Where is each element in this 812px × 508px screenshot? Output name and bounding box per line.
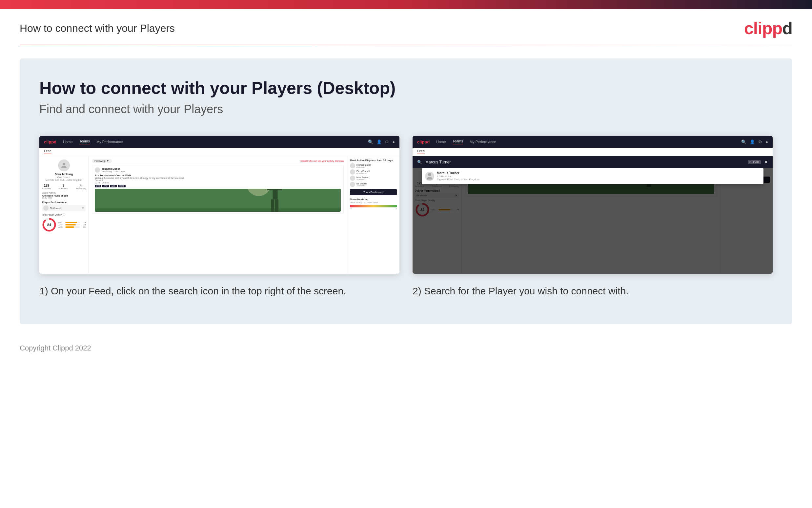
mini-logo-2: clippd: [417, 139, 430, 144]
latest-activity-name: Afternoon round of golf: [42, 195, 86, 197]
svg-rect-4: [95, 189, 341, 212]
selected-player-avatar: [43, 205, 49, 211]
mini-nav-performance[interactable]: My Performance: [96, 140, 123, 144]
heatmap-markers: -5 +5: [350, 208, 397, 210]
player-dropdown[interactable]: Eli Vincent ▼: [42, 205, 86, 211]
heatmap-sub: Player Quality - 20 Round Trend: [350, 202, 397, 204]
selected-player-name: Eli Vincent: [50, 207, 61, 209]
player-performance-label: Player Performance: [42, 201, 86, 204]
mini-nav-teams[interactable]: Teams: [79, 139, 90, 144]
avatar-icon[interactable]: ●: [392, 139, 395, 144]
following-chevron: ▼: [107, 160, 109, 162]
search-input[interactable]: Marcus Turner: [425, 160, 745, 164]
activity-duration: 02 hr : 00 min: [95, 181, 341, 184]
mini-logo-1: clippd: [44, 139, 56, 144]
mini-nav-home-2[interactable]: Home: [436, 140, 446, 144]
clippd-logo: clippd: [744, 18, 792, 38]
mini-nav-2: clippd Home Teams My Performance 🔍 👤 ⚙ ●: [413, 136, 773, 148]
svg-point-19: [428, 173, 431, 176]
following-button[interactable]: Following ▼: [92, 159, 112, 163]
profile-avatar: [58, 160, 70, 171]
latest-activity-label: Latest Activity: [42, 192, 86, 194]
dropdown-arrow: ▼: [82, 207, 84, 210]
player-avatar-3: [350, 176, 355, 181]
following-stat: 4 Following: [76, 184, 86, 190]
search-result-1[interactable]: Marcus Turner 1.5 Handicap Cypress Point…: [425, 171, 760, 181]
activity-header: Richard Butler Yesterday - The Grove: [95, 167, 341, 173]
panel-2: clippd Home Teams My Performance 🔍 👤 ⚙ ●…: [413, 136, 773, 298]
activity-person-avatar: [95, 167, 100, 173]
player-avatar-2: [350, 169, 355, 175]
svg-rect-9: [267, 189, 282, 190]
ott-bar: OTT 79: [58, 221, 86, 223]
mini-nav-1: clippd Home Teams My Performance 🔍 👤 ⚙ ●: [39, 136, 399, 148]
header: How to connect with your Players clippd: [0, 9, 812, 45]
result-handicap: 1.5 Handicap: [437, 175, 479, 178]
heatmap-bar: [350, 205, 397, 207]
mini-nav-icons-2: 🔍 👤 ⚙ ●: [741, 139, 768, 144]
svg-point-0: [63, 163, 65, 165]
mini-right-panel: Most Active Players - Last 30 days Richa…: [347, 156, 399, 274]
player-avatar-1: [350, 163, 355, 168]
mini-feed-1: Blair McHarg Golf Coach Mill Ride Golf C…: [39, 156, 399, 274]
mini-nav-performance-2[interactable]: My Performance: [470, 140, 496, 144]
mini-nav-icons: 🔍 👤 ⚙ ●: [368, 139, 395, 144]
svg-rect-11: [275, 200, 278, 212]
mini-nav-home[interactable]: Home: [63, 140, 73, 144]
search-icon[interactable]: 🔍: [368, 139, 373, 144]
main-title: How to connect with your Players (Deskto…: [39, 78, 773, 98]
result-avatar: [425, 172, 434, 181]
feed-bg: Blair McHarg Golf Coach 129 Activities 3: [413, 156, 773, 274]
heatmap-min: -5: [350, 208, 351, 210]
mini-tab-bar-1: Feed: [39, 148, 399, 156]
feed-tab-2[interactable]: Feed: [417, 149, 425, 154]
footer: Copyright Clippd 2022: [0, 337, 812, 359]
top-bar: [0, 0, 812, 9]
most-active-1: Richard Butler Activities: 7: [350, 163, 397, 168]
tag-arg: ARG: [110, 185, 117, 187]
settings-icon[interactable]: ⚙: [385, 139, 389, 144]
followers-stat: 3 Followers: [59, 184, 68, 190]
screenshot-1: clippd Home Teams My Performance 🔍 👤 ⚙ ●…: [39, 136, 399, 274]
profile-avatar-area: Blair McHarg Golf Coach Mill Ride Golf C…: [42, 160, 86, 181]
control-link[interactable]: Control who can see your activity and da…: [300, 160, 344, 162]
svg-text:84: 84: [47, 223, 51, 227]
activity-tags: OTT APP ARG PUTT: [95, 185, 341, 187]
tag-putt: PUTT: [118, 185, 126, 187]
step-1-desc: 1) On your Feed, click on the search ico…: [39, 284, 399, 298]
profile-role: Golf Coach: [42, 176, 86, 179]
mini-center-feed: Following ▼ Control who can see your act…: [89, 156, 347, 274]
heatmap-max: +5: [394, 208, 397, 210]
activity-meta: Richard Butler Yesterday - The Grove: [102, 167, 125, 173]
search-icon-2[interactable]: 🔍: [741, 139, 747, 144]
svg-rect-5: [95, 208, 341, 212]
svg-rect-10: [271, 200, 275, 212]
profile-name: Blair McHarg: [42, 173, 86, 176]
avatar-icon-2[interactable]: ●: [765, 139, 768, 144]
player-avatar-4: [350, 182, 355, 187]
main-content: How to connect with your Players (Deskto…: [20, 58, 792, 324]
latest-activity-date: 27 Jul 2022: [42, 197, 86, 199]
user-icon-2[interactable]: 👤: [750, 139, 755, 144]
team-dashboard-btn[interactable]: Team Dashboard: [350, 189, 397, 195]
following-bar: Following ▼ Control who can see your act…: [92, 159, 344, 163]
user-icon[interactable]: 👤: [377, 139, 382, 144]
result-club: Cypress Point Club, United Kingdom: [437, 178, 479, 181]
score-circle: 84: [42, 218, 56, 232]
most-active-title: Most Active Players - Last 30 days: [350, 159, 397, 162]
search-bar: 🔍 Marcus Turner CLEAR ✕: [413, 156, 773, 168]
most-active-3: Hiral Pujara Activities: 3: [350, 176, 397, 181]
result-name: Marcus Turner: [437, 171, 479, 175]
player-info-1: Richard Butler Activities: 7: [356, 164, 371, 168]
following-label: Following: [94, 160, 106, 162]
mini-nav-teams-2[interactable]: Teams: [452, 139, 463, 144]
feed-tab[interactable]: Feed: [44, 149, 51, 154]
activities-stat: 129 Activities: [42, 184, 51, 190]
search-close-btn[interactable]: ✕: [764, 160, 768, 165]
quality-label: Total Player Quality ⓘ: [42, 213, 86, 217]
search-icon-overlay: 🔍: [417, 160, 422, 164]
selected-player-row: Eli Vincent: [43, 205, 61, 211]
search-clear-btn[interactable]: CLEAR: [748, 160, 761, 164]
settings-icon-2[interactable]: ⚙: [758, 139, 762, 144]
result-info: Marcus Turner 1.5 Handicap Cypress Point…: [437, 171, 479, 181]
